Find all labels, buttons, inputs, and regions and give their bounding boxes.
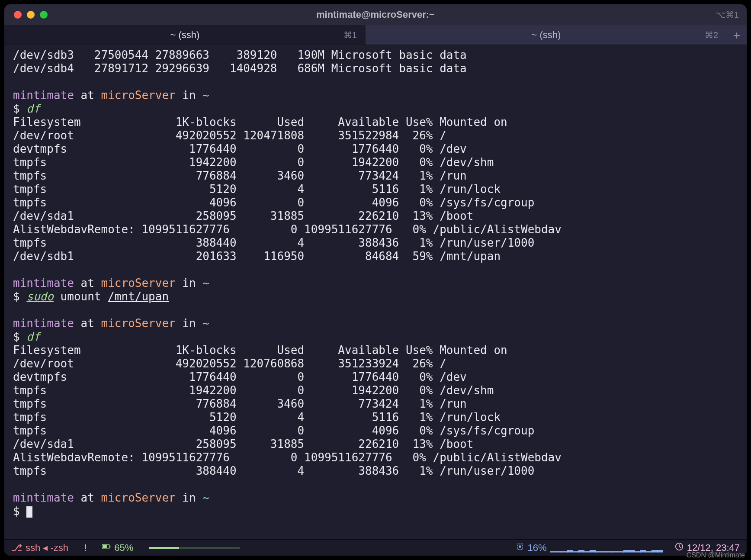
tabbar: ~ (ssh) ⌘1 ~ (ssh) ⌘2 + bbox=[4, 25, 747, 45]
df-row: tmpfs 1942200 0 1942200 0% /dev/shm bbox=[13, 384, 494, 397]
df-row: tmpfs 1942200 0 1942200 0% /dev/shm bbox=[13, 156, 494, 169]
df-header: Filesystem 1K-blocks Used Available Use%… bbox=[13, 116, 507, 129]
tab-shortcut: ⌘1 bbox=[343, 30, 357, 40]
zoom-button[interactable] bbox=[40, 11, 48, 19]
cpu-percent: 16% bbox=[528, 542, 547, 554]
command-sudo: sudo bbox=[26, 290, 54, 303]
prompt-path: ~ bbox=[202, 317, 209, 330]
branch-icon: ⎇ bbox=[11, 542, 22, 554]
prompt-at: at bbox=[74, 277, 101, 290]
df-header: Filesystem 1K-blocks Used Available Use%… bbox=[13, 344, 507, 357]
df-row: /dev/root 492020552 120760868 351233924 … bbox=[13, 357, 446, 370]
df-row: /dev/root 492020552 120471808 351522984 … bbox=[13, 129, 446, 142]
prompt-at: at bbox=[74, 317, 101, 330]
command-umount-arg: /mnt/upan bbox=[108, 290, 169, 303]
tab-2[interactable]: ~ (ssh) ⌘2 bbox=[366, 25, 727, 45]
output-line: /dev/sdb4 27891712 29296639 1404928 686M… bbox=[13, 62, 467, 75]
df-row: devtmpfs 1776440 0 1776440 0% /dev bbox=[13, 142, 467, 155]
df-row: /dev/sda1 258095 31885 226210 13% /boot bbox=[13, 438, 473, 451]
df-row: AlistWebdavRemote: 1099511627776 0 10995… bbox=[13, 223, 562, 236]
prompt-sigil: $ bbox=[13, 290, 26, 303]
cpu-icon bbox=[516, 542, 524, 554]
watermark: CSDN @Mintimate bbox=[687, 551, 745, 559]
toolbar-hint: ⌥⌘1 bbox=[716, 10, 739, 20]
prompt-user: mintimate bbox=[13, 89, 74, 102]
close-button[interactable] bbox=[14, 11, 22, 19]
df-row: tmpfs 388440 4 388436 1% /run/user/1000 bbox=[13, 464, 534, 477]
tab-label: ~ (ssh) bbox=[170, 29, 200, 41]
svg-rect-2 bbox=[110, 545, 111, 547]
prompt-path: ~ bbox=[202, 491, 209, 504]
terminal-content[interactable]: /dev/sdb3 27500544 27889663 389120 190M … bbox=[4, 45, 747, 539]
df-row: AlistWebdavRemote: 1099511627776 0 10995… bbox=[13, 451, 562, 464]
tab-1[interactable]: ~ (ssh) ⌘1 bbox=[4, 25, 366, 45]
prompt-path: ~ bbox=[202, 277, 209, 290]
df-row: tmpfs 5120 4 5116 1% /run/lock bbox=[13, 411, 501, 424]
status-progressbar bbox=[149, 546, 240, 550]
prompt-path: ~ bbox=[202, 89, 209, 102]
prompt-host: microServer bbox=[101, 491, 176, 504]
prompt-in: in bbox=[176, 317, 203, 330]
terminal-window: mintimate@microServer:~ ⌥⌘1 ~ (ssh) ⌘1 ~… bbox=[4, 4, 747, 556]
output-line: /dev/sdb3 27500544 27889663 389120 190M … bbox=[13, 48, 467, 61]
svg-rect-6 bbox=[519, 545, 521, 547]
prompt-user: mintimate bbox=[13, 317, 74, 330]
prompt-user: mintimate bbox=[13, 277, 74, 290]
prompt-in: in bbox=[176, 491, 203, 504]
prompt-user: mintimate bbox=[13, 491, 74, 504]
df-row: tmpfs 4096 0 4096 0% /sys/fs/cgroup bbox=[13, 196, 534, 209]
minimize-button[interactable] bbox=[27, 11, 35, 19]
df-row: tmpfs 5120 4 5116 1% /run/lock bbox=[13, 183, 501, 196]
prompt-sigil: $ bbox=[13, 330, 26, 343]
df-row: /dev/sdb1 201633 116950 84684 59% /mnt/u… bbox=[13, 250, 501, 263]
prompt-in: in bbox=[176, 89, 203, 102]
df-row: devtmpfs 1776440 0 1776440 0% /dev bbox=[13, 370, 467, 383]
tab-label: ~ (ssh) bbox=[532, 29, 561, 41]
new-tab-button[interactable]: + bbox=[727, 25, 747, 45]
battery-icon bbox=[102, 542, 111, 554]
svg-rect-1 bbox=[103, 545, 107, 548]
df-row: tmpfs 776884 3460 773424 1% /run bbox=[13, 397, 467, 410]
cursor bbox=[26, 506, 32, 518]
df-row: /dev/sda1 258095 31885 226210 13% /boot bbox=[13, 209, 473, 222]
prompt-host: microServer bbox=[101, 89, 176, 102]
tab-shortcut: ⌘2 bbox=[705, 30, 718, 40]
df-row: tmpfs 388440 4 388436 1% /run/user/1000 bbox=[13, 236, 534, 249]
titlebar: mintimate@microServer:~ ⌥⌘1 bbox=[4, 4, 747, 25]
clock-icon bbox=[675, 542, 684, 554]
progressbar-icon bbox=[149, 546, 240, 550]
status-battery: 65% bbox=[102, 542, 133, 554]
status-process: ⎇ ssh ◂ -zsh bbox=[11, 542, 68, 554]
prompt-in: in bbox=[176, 277, 203, 290]
prompt-at: at bbox=[74, 89, 101, 102]
prompt-sigil: $ bbox=[13, 102, 26, 115]
status-git: ! bbox=[84, 542, 87, 554]
command-umount: umount bbox=[54, 290, 108, 303]
command-df: df bbox=[26, 102, 40, 115]
window-title: mintimate@microServer:~ bbox=[316, 9, 435, 20]
command-df: df bbox=[26, 330, 40, 343]
prompt-host: microServer bbox=[101, 317, 176, 330]
battery-percent: 65% bbox=[114, 542, 133, 554]
df-row: tmpfs 4096 0 4096 0% /sys/fs/cgroup bbox=[13, 424, 534, 437]
traffic-lights bbox=[4, 11, 48, 19]
prompt-sigil: $ bbox=[13, 505, 26, 518]
exclaim-icon: ! bbox=[84, 542, 87, 554]
df-row: tmpfs 776884 3460 773424 1% /run bbox=[13, 169, 467, 182]
prompt-host: microServer bbox=[101, 277, 176, 290]
sparkline-icon: ▁▁▁▂▁▂▁▂▁▁▁▁▁▂▂▁▂▁▂▂ bbox=[550, 543, 663, 553]
prompt-at: at bbox=[74, 491, 101, 504]
svg-rect-4 bbox=[149, 547, 179, 549]
statusbar: ⎇ ssh ◂ -zsh ! 65% 16% ▁▁▁▂▁▂▁▂▁▁▁▁▁▂▂▁▂… bbox=[4, 539, 747, 556]
status-cpu: 16% ▁▁▁▂▁▂▁▂▁▁▁▁▁▂▂▁▂▁▂▂ bbox=[516, 542, 663, 554]
status-process-text: ssh ◂ -zsh bbox=[26, 542, 68, 554]
